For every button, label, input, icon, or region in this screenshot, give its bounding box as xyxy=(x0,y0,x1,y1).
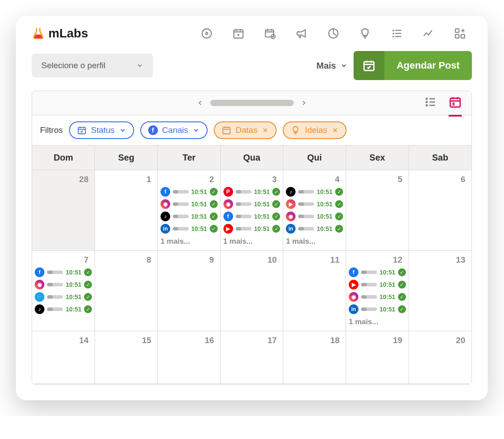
check-icon: ✓ xyxy=(84,268,92,276)
close-icon[interactable] xyxy=(332,127,339,134)
lightbulb-icon[interactable] xyxy=(358,27,372,40)
prev-month-button[interactable] xyxy=(196,99,204,107)
calendar-cell[interactable]: 19 xyxy=(346,331,409,384)
more-button[interactable]: Mais xyxy=(317,61,347,71)
scheduled-post[interactable]: ♪10:51✓ xyxy=(286,187,343,197)
check-icon: ✓ xyxy=(398,293,406,301)
calendar-cell[interactable]: 12f10:51✓▶10:51✓◉10:51✓in10:51✓1 mais... xyxy=(346,251,409,331)
scheduled-post[interactable]: f10:51✓ xyxy=(223,212,281,221)
scheduled-post[interactable]: ♪10:51✓ xyxy=(35,304,92,314)
scheduled-post[interactable]: 🐦10:51✓ xyxy=(35,292,92,302)
day-number: 11 xyxy=(286,253,343,267)
check-icon: ✓ xyxy=(272,212,280,220)
calendar-cell[interactable]: 16 xyxy=(157,331,220,384)
pt-icon: P xyxy=(223,187,233,197)
dashboard-icon[interactable] xyxy=(200,27,213,40)
chevron-down-icon xyxy=(136,62,143,69)
calendar-cell[interactable]: 15 xyxy=(95,331,158,384)
yt-icon: ▶ xyxy=(223,224,233,234)
post-preview-bar xyxy=(47,307,63,311)
calendar-cell[interactable]: 17 xyxy=(220,331,283,384)
scheduled-post[interactable]: ◉10:51✓ xyxy=(35,280,92,289)
check-icon: ✓ xyxy=(398,268,406,276)
logo-icon xyxy=(32,27,45,40)
calendar-check-icon xyxy=(354,51,384,80)
check-icon: ✓ xyxy=(210,212,218,220)
day-number: 28 xyxy=(35,173,92,187)
checklist-icon[interactable] xyxy=(390,27,403,40)
post-preview-bar xyxy=(47,283,63,286)
scheduled-post[interactable]: ◉10:51✓ xyxy=(286,212,343,221)
post-preview-bar xyxy=(173,202,189,206)
calendar-cell[interactable]: 7f10:51✓◉10:51✓🐦10:51✓♪10:51✓ xyxy=(32,251,95,331)
calendar-cell[interactable]: 5 xyxy=(346,170,409,251)
fb-icon: f xyxy=(349,267,358,277)
calendar-cell[interactable]: 9 xyxy=(157,251,220,331)
calendar-cell[interactable]: 8 xyxy=(95,251,158,331)
scheduled-post[interactable]: P10:51✓ xyxy=(223,187,281,197)
scheduled-post[interactable]: ◉10:51✓ xyxy=(161,199,218,209)
scheduled-post[interactable]: f10:51✓ xyxy=(161,187,218,197)
check-icon: ✓ xyxy=(398,281,406,289)
day-number: 17 xyxy=(223,334,281,348)
calendar-cell[interactable]: 11 xyxy=(283,251,346,331)
calendar-cell[interactable]: 4♪10:51✓▶10:51✓◉10:51✓in10:51✓1 mais... xyxy=(283,170,346,251)
chart-icon[interactable] xyxy=(327,27,340,40)
check-icon: ✓ xyxy=(210,188,218,196)
scheduled-post[interactable]: ▶10:51✓ xyxy=(286,199,343,209)
calendar-cell[interactable]: 20 xyxy=(409,331,471,384)
calendar-cell[interactable]: 1 xyxy=(95,170,158,251)
scheduled-post[interactable]: ◉10:51✓ xyxy=(223,199,281,209)
scheduled-post[interactable]: ♪10:51✓ xyxy=(161,212,218,221)
close-icon[interactable] xyxy=(262,127,269,134)
analytics-icon[interactable] xyxy=(422,27,435,40)
list-view-toggle[interactable] xyxy=(424,95,437,110)
calendar-add-icon[interactable] xyxy=(232,27,245,40)
calendar-cell[interactable]: 13 xyxy=(409,251,471,331)
calendar-cell[interactable]: 28 xyxy=(32,170,95,251)
profile-select-label: Selecione o perfil xyxy=(41,61,106,70)
filters-label: Filtros xyxy=(40,125,63,135)
day-number: 20 xyxy=(412,334,469,348)
post-time: 10:51 xyxy=(66,281,81,288)
next-month-button[interactable] xyxy=(300,99,308,107)
post-time: 10:51 xyxy=(191,188,207,195)
post-time: 10:51 xyxy=(317,213,332,220)
more-events-link[interactable]: 1 mais... xyxy=(349,317,406,326)
filter-channels[interactable]: f Canais xyxy=(140,121,208,139)
apps-icon[interactable] xyxy=(453,27,467,40)
filter-dates[interactable]: Datas xyxy=(214,121,277,139)
fb-icon: f xyxy=(223,212,233,221)
day-number: 8 xyxy=(98,253,155,267)
scheduled-post[interactable]: ▶10:51✓ xyxy=(349,280,406,289)
more-events-link[interactable]: 1 mais... xyxy=(223,236,281,246)
post-time: 10:51 xyxy=(254,201,270,208)
profile-select[interactable]: Selecione o perfil xyxy=(32,54,153,77)
check-icon: ✓ xyxy=(272,225,280,233)
schedule-post-button[interactable]: Agendar Post xyxy=(354,51,472,80)
scheduled-post[interactable]: in10:51✓ xyxy=(286,224,343,234)
calendar-cell[interactable]: 10 xyxy=(220,251,283,331)
post-time: 10:51 xyxy=(66,269,81,276)
filter-ideas[interactable]: Ideias xyxy=(283,121,347,139)
scheduled-post[interactable]: in10:51✓ xyxy=(161,224,218,234)
filter-status[interactable]: Status xyxy=(69,121,134,139)
megaphone-icon[interactable] xyxy=(295,27,308,40)
check-icon: ✓ xyxy=(335,188,343,196)
calendar-cell[interactable]: 18 xyxy=(283,331,346,384)
calendar-cell[interactable]: 2f10:51✓◉10:51✓♪10:51✓in10:51✓1 mais... xyxy=(157,170,220,251)
more-events-link[interactable]: 1 mais... xyxy=(286,236,343,246)
calendar-cell[interactable]: 3P10:51✓◉10:51✓f10:51✓▶10:51✓1 mais... xyxy=(220,170,283,251)
day-number: 3 xyxy=(223,173,281,187)
scheduled-post[interactable]: f10:51✓ xyxy=(35,267,92,277)
calendar-time-icon[interactable] xyxy=(263,27,277,40)
scheduled-post[interactable]: ◉10:51✓ xyxy=(349,292,406,302)
calendar-view-toggle[interactable] xyxy=(449,95,462,117)
calendar-cell[interactable]: 14 xyxy=(32,331,95,384)
scheduled-post[interactable]: ▶10:51✓ xyxy=(223,224,281,234)
li-icon: in xyxy=(161,224,170,234)
scheduled-post[interactable]: in10:51✓ xyxy=(349,304,406,314)
calendar-cell[interactable]: 6 xyxy=(409,170,471,251)
scheduled-post[interactable]: f10:51✓ xyxy=(349,267,406,277)
more-events-link[interactable]: 1 mais... xyxy=(161,236,218,246)
